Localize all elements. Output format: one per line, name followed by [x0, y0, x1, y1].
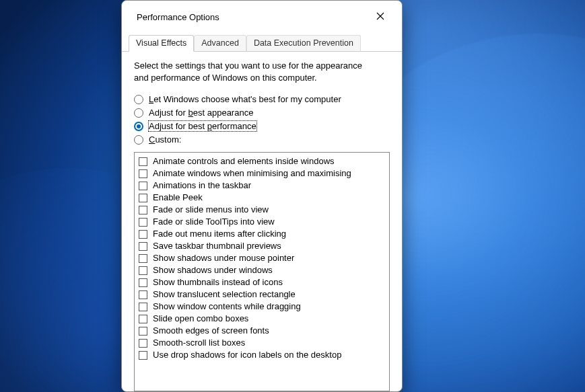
checklist-item[interactable]: Show shadows under mouse pointer [139, 252, 385, 264]
checkbox-icon [139, 315, 147, 323]
checklist-item[interactable]: Fade or slide ToolTips into view [139, 216, 385, 228]
radio-label: Let Windows choose what's best for my co… [149, 94, 341, 104]
checklist-item-label: Save taskbar thumbnail previews [153, 240, 281, 252]
checkbox-icon [139, 242, 147, 251]
checklist-item[interactable]: Animate windows when minimising and maxi… [139, 167, 385, 180]
checkbox-icon [139, 303, 147, 311]
checklist-item-label: Show shadows under mouse pointer [153, 252, 294, 264]
dialog-title: Performance Options [137, 12, 219, 22]
checklist-item[interactable]: Enable Peek [139, 192, 385, 204]
checklist-item-label: Show window contents while dragging [153, 301, 301, 313]
radio-label: Adjust for best performance [149, 121, 256, 131]
radio-option[interactable]: Custom: [134, 133, 390, 147]
checklist-item-label: Slide open combo boxes [153, 313, 248, 325]
radio-label: Adjust for best appearance [149, 108, 253, 118]
checkbox-icon [139, 169, 147, 178]
effects-checklist[interactable]: Animate controls and elements inside win… [134, 152, 390, 391]
intro-text: Select the settings that you want to use… [134, 60, 370, 83]
checklist-item[interactable]: Slide open combo boxes [139, 313, 385, 325]
tabstrip: Visual EffectsAdvancedData Execution Pre… [122, 34, 402, 52]
radio-button-icon [134, 108, 143, 118]
performance-options-dialog: Performance Options Visual EffectsAdvanc… [121, 0, 403, 392]
checklist-item[interactable]: Smooth-scroll list boxes [139, 337, 385, 349]
checkbox-icon [139, 254, 147, 263]
checkbox-icon [139, 327, 147, 336]
checkbox-icon [139, 194, 147, 202]
tab-visual-effects[interactable]: Visual Effects [129, 35, 194, 52]
checklist-item-label: Fade out menu items after clicking [153, 228, 286, 240]
checklist-item[interactable]: Animate controls and elements inside win… [139, 155, 385, 167]
checkbox-icon [139, 218, 147, 227]
tab-advanced[interactable]: Advanced [194, 35, 246, 52]
checklist-item[interactable]: Animations in the taskbar [139, 180, 385, 192]
preset-radio-group: Let Windows choose what's best for my co… [134, 93, 390, 147]
checkbox-icon [139, 290, 147, 299]
checkbox-icon [139, 182, 147, 190]
checklist-item[interactable]: Show translucent selection rectangle [139, 288, 385, 301]
tab-content-visual-effects: Select the settings that you want to use… [122, 52, 402, 391]
checkbox-icon [139, 230, 147, 239]
checklist-item-label: Enable Peek [153, 192, 203, 204]
checklist-item-label: Show translucent selection rectangle [153, 288, 296, 301]
checkbox-icon [139, 339, 147, 348]
checklist-item-label: Fade or slide menus into view [153, 204, 269, 216]
checklist-item-label: Show shadows under windows [153, 264, 273, 276]
checklist-item[interactable]: Show shadows under windows [139, 264, 385, 276]
checklist-item-label: Fade or slide ToolTips into view [153, 216, 275, 228]
close-icon [376, 12, 384, 22]
tab-data-execution-prevention[interactable]: Data Execution Prevention [246, 35, 361, 52]
radio-option[interactable]: Adjust for best appearance [134, 106, 390, 120]
checklist-item-label: Use drop shadows for icon labels on the … [153, 349, 341, 361]
checklist-item[interactable]: Show window contents while dragging [139, 301, 385, 313]
checklist-item[interactable]: Fade or slide menus into view [139, 204, 385, 216]
titlebar: Performance Options [122, 1, 402, 33]
checkbox-icon [139, 206, 147, 214]
radio-button-icon [134, 95, 143, 104]
checklist-item[interactable]: Use drop shadows for icon labels on the … [139, 349, 385, 361]
checkbox-icon [139, 266, 147, 275]
radio-label: Custom: [149, 134, 181, 145]
checklist-item[interactable]: Fade out menu items after clicking [139, 228, 385, 240]
radio-button-icon [134, 122, 143, 131]
checklist-item[interactable]: Show thumbnails instead of icons [139, 276, 385, 288]
checklist-item-label: Smooth edges of screen fonts [153, 325, 269, 337]
checklist-item-label: Animate controls and elements inside win… [153, 155, 335, 167]
checklist-item-label: Animations in the taskbar [153, 180, 251, 192]
checklist-item[interactable]: Save taskbar thumbnail previews [139, 240, 385, 252]
radio-option[interactable]: Adjust for best performance [134, 120, 390, 133]
checklist-item-label: Animate windows when minimising and maxi… [153, 167, 351, 180]
checklist-item-label: Show thumbnails instead of icons [153, 276, 283, 288]
radio-option[interactable]: Let Windows choose what's best for my co… [134, 93, 390, 106]
checkbox-icon [139, 278, 147, 287]
checklist-item-label: Smooth-scroll list boxes [153, 337, 245, 349]
radio-button-icon [134, 135, 143, 145]
checkbox-icon [139, 351, 147, 360]
close-button[interactable] [367, 7, 394, 27]
checklist-item[interactable]: Smooth edges of screen fonts [139, 325, 385, 337]
checkbox-icon [139, 157, 147, 166]
